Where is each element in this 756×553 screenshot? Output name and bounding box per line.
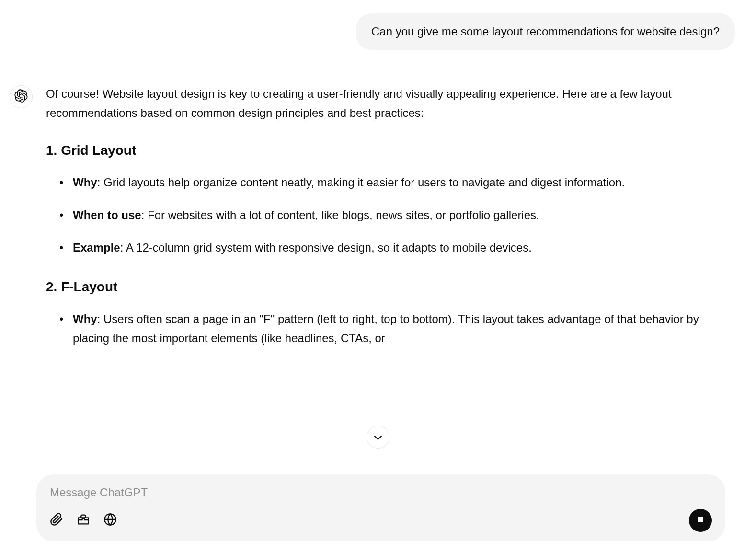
item-label: When to use [73, 208, 141, 221]
list-item: Why: Grid layouts help organize content … [46, 173, 735, 192]
item-text: : A 12-column grid system with responsiv… [120, 241, 532, 254]
section-list: Why: Users often scan a page in an "F" p… [46, 310, 735, 347]
chatgpt-logo-icon [14, 89, 28, 104]
input-area [36, 474, 725, 541]
message-input[interactable] [50, 486, 712, 499]
section-grid-layout: 1. Grid Layout Why: Grid layouts help or… [46, 139, 735, 257]
stop-icon [697, 516, 704, 525]
assistant-message-row: Of course! Website layout design is key … [10, 84, 746, 367]
list-item: Example: A 12-column grid system with re… [46, 238, 735, 257]
web-search-button[interactable] [103, 514, 117, 527]
user-message-row: Can you give me some layout recommendati… [10, 13, 746, 50]
list-item: When to use: For websites with a lot of … [46, 206, 735, 225]
toolbox-icon [77, 513, 90, 528]
messages-area: Can you give me some layout recommendati… [10, 0, 746, 553]
section-heading: 1. Grid Layout [46, 139, 735, 161]
arrow-down-icon [372, 430, 384, 444]
section-heading: 2. F-Layout [46, 276, 735, 298]
assistant-intro: Of course! Website layout design is key … [46, 84, 735, 122]
globe-icon [103, 513, 117, 528]
svg-rect-3 [698, 517, 703, 522]
item-label: Why [73, 312, 97, 325]
item-text: : Users often scan a page in an "F" patt… [73, 312, 699, 345]
user-message: Can you give me some layout recommendati… [356, 13, 735, 50]
section-f-layout: 2. F-Layout Why: Users often scan a page… [46, 276, 735, 347]
toolbar-left [50, 514, 117, 527]
tools-button[interactable] [77, 514, 90, 527]
item-label: Example [73, 241, 120, 254]
item-text: : Grid layouts help organize content nea… [97, 176, 625, 189]
paperclip-icon [50, 513, 63, 528]
input-toolbar [50, 509, 712, 532]
user-message-text: Can you give me some layout recommendati… [371, 25, 720, 38]
attach-file-button[interactable] [50, 514, 63, 527]
item-text: : For websites with a lot of content, li… [141, 208, 539, 221]
section-list: Why: Grid layouts help organize content … [46, 173, 735, 257]
chat-container: Can you give me some layout recommendati… [0, 0, 756, 553]
scroll-down-button[interactable] [367, 426, 389, 449]
stop-button[interactable] [689, 509, 712, 532]
list-item: Why: Users often scan a page in an "F" p… [46, 310, 735, 347]
assistant-content: Of course! Website layout design is key … [46, 84, 735, 367]
assistant-avatar [10, 85, 33, 108]
item-label: Why [73, 176, 97, 189]
